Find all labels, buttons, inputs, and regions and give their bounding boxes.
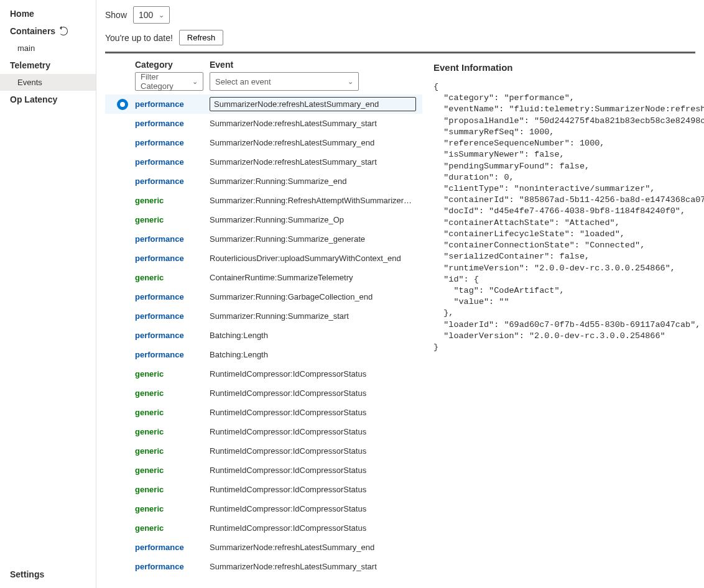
horizontal-scrollbar[interactable]: [105, 578, 703, 588]
events-scroll[interactable]: Category Filter Category ⌄ Event Select …: [105, 53, 424, 578]
nav-containers[interactable]: Containers: [0, 22, 96, 40]
event-cell: Summarizer:Running:GarbageCollection_end: [210, 292, 422, 301]
event-cell: RuntimeIdCompressor:IdCompressorStatus: [210, 369, 422, 379]
sidebar-telemetry-item[interactable]: Events: [0, 74, 96, 91]
category-cell: performance: [135, 562, 210, 571]
table-row[interactable]: genericContainerRuntime:SummarizeTelemet…: [105, 268, 422, 287]
event-cell: Batching:Length: [210, 331, 422, 340]
event-cell: RuntimeIdCompressor:IdCompressorStatus: [210, 523, 422, 533]
event-cell: SummarizerNode:refreshLatestSummary_end: [210, 138, 422, 147]
category-filter-placeholder: Filter Category: [141, 72, 192, 91]
event-header: Event: [210, 60, 416, 70]
table-row[interactable]: genericRuntimeIdCompressor:IdCompressorS…: [105, 461, 422, 480]
table-row[interactable]: performanceSummarizerNode:refreshLatestS…: [105, 538, 422, 557]
table-row[interactable]: genericRuntimeIdCompressor:IdCompressorS…: [105, 384, 422, 403]
event-cell: Summarizer:Running:Summarize_start: [210, 311, 422, 321]
table-row[interactable]: performanceSummarizerNode:refreshLatestS…: [105, 94, 422, 114]
chevron-down-icon: ⌄: [158, 11, 164, 19]
category-filter[interactable]: Filter Category ⌄: [135, 72, 203, 91]
table-row[interactable]: performanceRouterliciousDriver:uploadSum…: [105, 249, 422, 268]
event-cell: Batching:Length: [210, 350, 422, 359]
refresh-icon[interactable]: [59, 27, 68, 35]
event-cell: SummarizerNode:refreshLatestSummary_end: [210, 97, 416, 111]
category-cell: generic: [135, 388, 210, 398]
event-cell: Summarizer:Running:RefreshAttemptWithSum…: [210, 196, 422, 205]
event-cell: RuntimeIdCompressor:IdCompressorStatus: [210, 504, 422, 513]
category-cell: performance: [135, 177, 210, 186]
category-cell: generic: [135, 446, 210, 456]
refresh-button[interactable]: Refresh: [179, 30, 224, 45]
category-cell: generic: [135, 369, 210, 379]
event-cell: SummarizerNode:refreshLatestSummary_star…: [210, 119, 422, 128]
category-cell: performance: [135, 543, 210, 552]
table-row[interactable]: performanceSummarizerNode:refreshLatestS…: [105, 576, 422, 578]
table-row[interactable]: genericSummarizer:Running:RefreshAttempt…: [105, 191, 422, 210]
nav-settings[interactable]: Settings: [0, 566, 96, 583]
radio-selected-icon: [117, 99, 128, 110]
table-row[interactable]: performanceBatching:Length: [105, 326, 422, 345]
nav-home[interactable]: Home: [0, 5, 96, 22]
events-pane: Category Filter Category ⌄ Event Select …: [105, 53, 424, 578]
table-row[interactable]: performanceSummarizer:Running:GarbageCol…: [105, 287, 422, 306]
show-value: 100: [139, 10, 153, 20]
category-cell: generic: [135, 273, 210, 282]
category-cell: performance: [135, 311, 210, 321]
chevron-down-icon: ⌄: [347, 78, 353, 86]
event-cell: RouterliciousDriver:uploadSummaryWithCon…: [210, 254, 422, 263]
table-row[interactable]: genericRuntimeIdCompressor:IdCompressorS…: [105, 499, 422, 518]
table-row[interactable]: genericRuntimeIdCompressor:IdCompressorS…: [105, 403, 422, 422]
table-header: Category Filter Category ⌄ Event Select …: [105, 53, 422, 94]
table-row[interactable]: genericRuntimeIdCompressor:IdCompressorS…: [105, 518, 422, 538]
chevron-down-icon: ⌄: [192, 78, 198, 86]
table-row[interactable]: genericRuntimeIdCompressor:IdCompressorS…: [105, 422, 422, 441]
category-cell: performance: [135, 157, 210, 167]
category-cell: performance: [135, 331, 210, 340]
category-cell: generic: [135, 427, 210, 436]
table-row[interactable]: genericRuntimeIdCompressor:IdCompressorS…: [105, 441, 422, 461]
nav-telemetry[interactable]: Telemetry: [0, 57, 96, 74]
category-cell: performance: [135, 138, 210, 147]
table-row[interactable]: performanceSummarizer:Running:Summarize_…: [105, 172, 422, 191]
event-cell: SummarizerNode:refreshLatestSummary_end: [210, 543, 422, 552]
table-row[interactable]: genericRuntimeIdCompressor:IdCompressorS…: [105, 364, 422, 384]
event-cell: RuntimeIdCompressor:IdCompressorStatus: [210, 485, 422, 494]
category-cell: generic: [135, 466, 210, 475]
table-row[interactable]: performanceSummarizerNode:refreshLatestS…: [105, 133, 422, 152]
info-title: Event Information: [433, 62, 698, 73]
event-cell: RuntimeIdCompressor:IdCompressorStatus: [210, 466, 422, 475]
row-radio-cell[interactable]: [110, 99, 135, 110]
table-row[interactable]: performanceBatching:Length: [105, 345, 422, 364]
event-cell: SummarizerNode:refreshLatestSummary_star…: [210, 157, 422, 167]
sidebar: Home Containers main Telemetry Events Op…: [0, 0, 96, 588]
category-cell: generic: [135, 408, 210, 417]
category-cell: generic: [135, 215, 210, 224]
table-row[interactable]: genericSummarizer:Running:Summarize_Op: [105, 210, 422, 229]
info-pane: Event Information { "category": "perform…: [424, 53, 704, 578]
sidebar-container-item[interactable]: main: [0, 40, 96, 57]
statusbar: You're up to date! Refresh: [96, 27, 704, 52]
nav-containers-label: Containers: [10, 26, 55, 36]
table-row[interactable]: performanceSummarizer:Running:Summarize_…: [105, 306, 422, 326]
show-label: Show: [105, 10, 127, 20]
category-cell: generic: [135, 196, 210, 205]
nav-op-latency[interactable]: Op Latency: [0, 91, 96, 108]
show-select[interactable]: 100 ⌄: [133, 6, 170, 24]
category-cell: performance: [135, 254, 210, 263]
table-row[interactable]: performanceSummarizerNode:refreshLatestS…: [105, 557, 422, 576]
table-row[interactable]: performanceSummarizerNode:refreshLatestS…: [105, 152, 422, 172]
table-row[interactable]: genericRuntimeIdCompressor:IdCompressorS…: [105, 480, 422, 499]
event-cell: RuntimeIdCompressor:IdCompressorStatus: [210, 446, 422, 456]
event-cell: ContainerRuntime:SummarizeTelemetry: [210, 273, 422, 282]
event-cell: Summarizer:Running:Summarize_end: [210, 177, 422, 186]
category-cell: generic: [135, 485, 210, 494]
main: Show 100 ⌄ You're up to date! Refresh Ca…: [96, 0, 704, 588]
topbar: Show 100 ⌄: [96, 0, 704, 27]
event-filter[interactable]: Select an event ⌄: [210, 72, 359, 91]
category-cell: generic: [135, 504, 210, 513]
table-row[interactable]: performanceSummarizerNode:refreshLatestS…: [105, 114, 422, 133]
event-filter-placeholder: Select an event: [215, 77, 271, 86]
category-cell: performance: [135, 119, 210, 128]
event-cell: RuntimeIdCompressor:IdCompressorStatus: [210, 388, 422, 398]
table-row[interactable]: performanceSummarizer:Running:Summarize_…: [105, 229, 422, 249]
app-root: Home Containers main Telemetry Events Op…: [0, 0, 704, 588]
